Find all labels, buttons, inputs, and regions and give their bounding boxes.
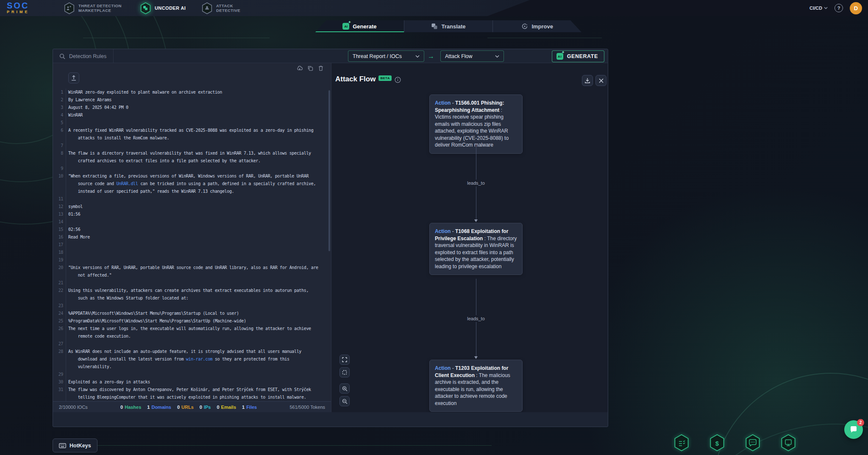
text-segment: "When extracting a file, previous versio… (68, 174, 309, 178)
cicd-menu[interactable]: CI/CD (810, 6, 828, 11)
line-number: 15 (53, 226, 66, 233)
search-placeholder: Detection Rules (69, 53, 106, 59)
code-row: 22Using this vulnerability, attackers ca… (53, 287, 331, 294)
code-row: 1301:56 (53, 211, 331, 218)
code-text: crafted archives to extract files into a… (66, 157, 331, 165)
chevron-down-icon (415, 55, 420, 58)
line-number: 27 (53, 340, 66, 348)
badge-dollar-icon[interactable]: $ (709, 433, 726, 452)
code-text: %APPDATA%\Microsoft\Windows\Start Menu\P… (66, 310, 331, 317)
code-text (66, 241, 331, 249)
download-icon (584, 78, 590, 83)
fullscreen-button[interactable] (339, 355, 350, 365)
search-input[interactable]: Detection Rules (53, 49, 114, 63)
ioc-count-label: IPs (204, 405, 211, 410)
nav-item-label: THREAT DETECTION MARKETPLACE (78, 3, 122, 13)
code-row: 11 (53, 195, 331, 203)
hotkeys-button[interactable]: HotKeys (53, 438, 97, 452)
nav-hexagon-icon (201, 2, 213, 14)
line-number: 16 (53, 233, 66, 241)
close-flow-button[interactable] (595, 75, 606, 86)
nav-item-attack-detective[interactable]: ATTACK DETECTIVE (201, 0, 240, 16)
code-text: not affected." (66, 272, 331, 279)
target-format-value: Attack Flow (445, 53, 473, 59)
attack-flow-header: Attack Flow BETA (335, 75, 401, 83)
mode-tab-bar: AIGenerateTranslateImprove (315, 20, 581, 32)
flow-edge-arrow-icon (474, 356, 478, 359)
code-row: crafted archives to extract files into a… (53, 157, 331, 165)
info-icon[interactable] (395, 77, 401, 83)
flow-edge-label: leads_to (465, 315, 487, 322)
code-row: 20"Unix versions of RAR, UnRAR, portable… (53, 264, 331, 272)
code-row: not affected." (53, 272, 331, 279)
node-type-label: Action (435, 365, 451, 371)
text-segment: can be tricked into using a path, define… (138, 181, 316, 186)
fit-view-button[interactable] (339, 367, 350, 377)
bottom-badges: $ (673, 433, 797, 452)
node-separator: - (451, 100, 455, 106)
code-text (66, 195, 331, 203)
line-number (53, 333, 66, 340)
toolbar: Detection Rules Threat Report / IOCs → A… (53, 49, 608, 63)
code-text: As WinRAR does not include an auto-updat… (66, 348, 331, 355)
chat-launcher-button[interactable]: 2 (844, 420, 863, 439)
bottom-divider-line (92, 445, 492, 446)
target-format-select[interactable]: Attack Flow (440, 50, 504, 62)
tokens-count: 561/5000 Tokens (289, 405, 325, 410)
generate-button[interactable]: AI GENERATE (552, 50, 604, 62)
trash-icon[interactable] (317, 65, 324, 72)
user-avatar[interactable]: D (850, 2, 862, 14)
attack-flow-title: Attack Flow (335, 75, 376, 83)
copy-icon[interactable] (307, 65, 314, 72)
chevron-down-icon (495, 55, 499, 58)
badge-chat-icon[interactable] (744, 433, 761, 452)
nav-item-uncoder-ai[interactable]: UNCODER AI (140, 0, 186, 16)
editor-scrollbar[interactable] (328, 90, 330, 251)
text-segment: telling BleepingComputer that it was act… (68, 395, 306, 400)
download-flow-button[interactable] (582, 75, 593, 86)
tab-improve[interactable]: Improve (493, 20, 581, 32)
node-separator: : (475, 372, 479, 378)
tab-translate[interactable]: Translate (404, 20, 493, 32)
nav-item-threat-detection-marketplace[interactable]: THREAT DETECTION MARKETPLACE (64, 0, 122, 16)
code-row: 6A recently fixed WinRAR vulnerability t… (53, 127, 331, 134)
upload-file-button[interactable] (68, 72, 79, 83)
beta-badge: BETA (378, 75, 391, 81)
code-text: download and install the latest version … (66, 355, 331, 363)
threat-report-editor[interactable]: 1WinRAR zero-day exploited to plant malw… (53, 89, 331, 401)
text-segment: Using this vulnerability, attackers can … (68, 288, 309, 293)
code-row: vulnerability. (53, 363, 331, 371)
source-format-select[interactable]: Threat Report / IOCs (348, 50, 424, 62)
help-button[interactable]: ? (835, 4, 843, 12)
node-type-label: Action (435, 100, 451, 106)
inline-link[interactable]: win-rar.com (186, 357, 212, 361)
text-segment: 02:56 (68, 227, 80, 232)
text-segment: The flaw is a directory traversal vulner… (68, 151, 311, 155)
code-row: 8The flaw is a directory traversal vulne… (53, 150, 331, 157)
line-number: 25 (53, 317, 66, 325)
soc-prime-logo[interactable]: SOC PRIME (7, 1, 57, 14)
line-number: 7 (53, 142, 66, 150)
code-row: 29 (53, 371, 331, 378)
line-number: 23 (53, 302, 66, 310)
zoom-out-button[interactable] (339, 396, 350, 406)
code-text (66, 142, 331, 150)
download-icon[interactable] (296, 65, 303, 72)
line-number: 9 (53, 165, 66, 172)
tab-generate[interactable]: AIGenerate (315, 20, 404, 32)
flow-node-action[interactable]: Action - T1203 Exploitation for Client E… (429, 360, 523, 412)
ioc-count-number: 0 (200, 405, 202, 410)
code-text: The flaw is a directory traversal vulner… (66, 150, 331, 157)
code-row: 1502:56 (53, 226, 331, 233)
badge-kb-icon[interactable] (780, 433, 797, 452)
attack-flow-canvas[interactable]: Attack Flow BETA Action - T1566.001 Phis… (331, 63, 608, 412)
badge-checklist-icon[interactable] (673, 433, 690, 452)
nav-item-label: ATTACK DETECTIVE (216, 3, 240, 13)
flow-node-action[interactable]: Action - T1068 Exploitation for Privileg… (429, 223, 523, 275)
ioc-count-label: Files (246, 405, 257, 410)
zoom-in-button[interactable] (339, 383, 350, 394)
code-row: 23 (53, 302, 331, 310)
avatar-letter: D (854, 5, 858, 11)
fit-view-icon (342, 370, 347, 375)
inline-link[interactable]: UnRAR.dll (116, 181, 138, 186)
